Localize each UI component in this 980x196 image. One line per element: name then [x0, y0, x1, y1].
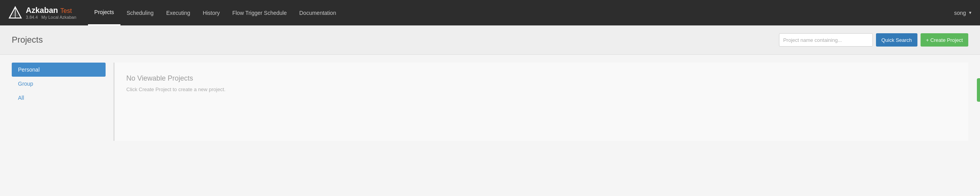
nav-link-scheduling[interactable]: Scheduling [120, 0, 160, 25]
sidebar-item-group[interactable]: Group [12, 77, 106, 91]
user-name: song [954, 10, 966, 16]
create-project-button[interactable]: + Create Project [921, 33, 968, 47]
nav-link-documentation[interactable]: Documentation [293, 0, 342, 25]
quick-search-button[interactable]: Quick Search [876, 33, 917, 47]
brand-version: 3.84.4 [26, 15, 38, 20]
brand-logo-link[interactable]: Azkaban Test 3.84.4 My Local Azkaban [8, 5, 76, 20]
nav-link-flow-trigger[interactable]: Flow Trigger Schedule [226, 0, 293, 25]
user-menu[interactable]: song ▼ [954, 10, 972, 16]
content-area: Personal Group All No Viewable Projects … [0, 55, 980, 149]
project-search-input[interactable] [779, 33, 873, 47]
no-projects-subtitle: Click Create Project to create a new pro… [126, 86, 957, 92]
azkaban-logo [8, 5, 23, 20]
user-caret-icon: ▼ [968, 11, 972, 15]
brand-subtitle: My Local Azkaban [41, 15, 76, 20]
sidebar-item-all[interactable]: All [12, 91, 106, 105]
page-header: Projects Quick Search + Create Project [0, 25, 980, 55]
header-actions: Quick Search + Create Project [779, 33, 968, 47]
sidebar-item-personal[interactable]: Personal [12, 63, 106, 77]
scrollbar-hint[interactable] [977, 78, 980, 102]
nav-links: Projects Scheduling Executing History Fl… [88, 0, 954, 25]
nav-link-projects[interactable]: Projects [88, 0, 120, 25]
main-content: No Viewable Projects Click Create Projec… [113, 63, 968, 141]
no-projects-title: No Viewable Projects [126, 74, 957, 83]
nav-link-executing[interactable]: Executing [160, 0, 196, 25]
brand-test-label: Test [60, 7, 72, 14]
nav-link-history[interactable]: History [196, 0, 226, 25]
brand-name: Azkaban [26, 6, 58, 15]
sidebar: Personal Group All [12, 63, 106, 141]
brand-text: Azkaban Test 3.84.4 My Local Azkaban [26, 6, 76, 20]
navbar: Azkaban Test 3.84.4 My Local Azkaban Pro… [0, 0, 980, 25]
page-title: Projects [12, 35, 43, 45]
